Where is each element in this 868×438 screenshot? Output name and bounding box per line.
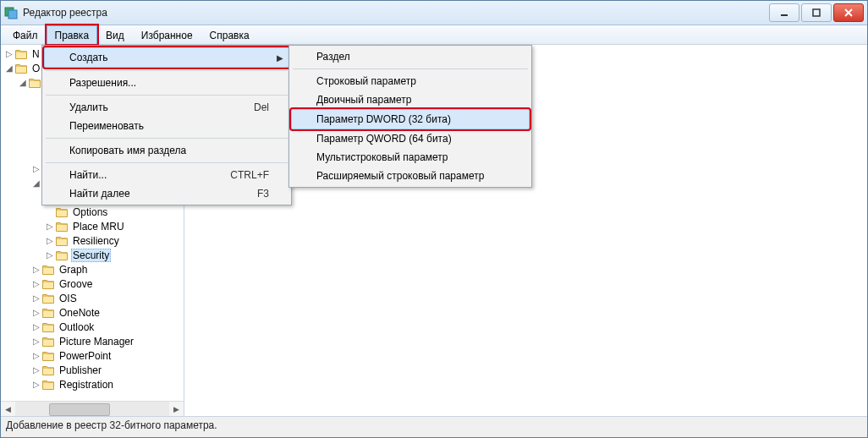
tree-expander-icon[interactable]: ▷ (4, 50, 14, 58)
scroll-track[interactable] (15, 402, 169, 416)
menu-item-label: Параметр DWORD (32 бита) (316, 113, 451, 125)
create-key[interactable]: Раздел (291, 47, 530, 66)
tree-node[interactable]: ▷OneNote (1, 305, 184, 320)
edit-menu-find[interactable]: Найти... CTRL+F (44, 166, 289, 184)
edit-menu-permissions[interactable]: Разрешения... (44, 74, 289, 92)
folder-icon (55, 249, 69, 262)
create-binary[interactable]: Двоичный параметр (291, 90, 530, 109)
create-qword[interactable]: Параметр QWORD (64 бита) (291, 129, 530, 148)
tree-expander-icon[interactable]: ▷ (45, 222, 55, 231)
menu-help[interactable]: Справка (201, 25, 258, 44)
tree-expander-icon[interactable]: ▷ (31, 280, 41, 288)
menu-favorites[interactable]: Избранное (133, 25, 201, 44)
tree-expander-icon[interactable]: ▷ (31, 366, 41, 375)
window-title: Редактор реестра (23, 7, 767, 19)
create-string[interactable]: Строковый параметр (291, 72, 530, 90)
folder-icon (14, 47, 28, 61)
tree-node-label: Picture Manager (58, 336, 135, 348)
menu-view[interactable]: Вид (97, 25, 133, 44)
menu-separator (46, 138, 288, 139)
tree-node[interactable]: ▷Picture Manager (1, 334, 184, 348)
menu-item-label: Разрешения... (69, 77, 136, 89)
edit-menu-rename[interactable]: Переименовать (44, 117, 289, 135)
tree-node-label: OIS (58, 293, 79, 304)
menu-edit[interactable]: Правка (47, 25, 98, 44)
tree-node[interactable]: ▷OIS (1, 291, 184, 305)
folder-icon (41, 306, 55, 320)
menu-item-label: Найти далее (69, 188, 130, 200)
menu-file[interactable]: Файл (4, 25, 47, 44)
tree-node-label: Options (71, 206, 109, 218)
folder-icon (41, 263, 55, 276)
folder-icon (41, 277, 55, 291)
tree-node[interactable]: ▷Groove (1, 276, 184, 291)
folder-icon (41, 320, 55, 334)
svg-rect-3 (813, 9, 820, 16)
tree-node[interactable]: ▷Publisher (1, 363, 184, 377)
h-scrollbar[interactable]: ◀ ▶ (1, 401, 184, 416)
edit-menu-dropdown: Создать ▶ Разрешения... Удалить Del Пере… (41, 45, 292, 205)
folder-icon (41, 335, 55, 348)
menu-separator (293, 68, 528, 69)
tree-node[interactable]: ▷Registration (1, 377, 184, 391)
tree-expander-icon[interactable]: ▷ (45, 251, 55, 260)
tree-node[interactable]: ▷PowerPoint (1, 348, 184, 363)
svg-rect-1 (8, 10, 17, 19)
tree-node-label: Place MRU (71, 221, 126, 233)
tree-expander-icon[interactable]: ◢ (18, 79, 28, 87)
tree-expander-icon[interactable]: ▷ (31, 337, 41, 346)
folder-icon (41, 349, 55, 363)
menubar: Файл Правка Вид Избранное Справка (1, 25, 867, 45)
scroll-right-button[interactable]: ▶ (169, 402, 184, 416)
edit-menu-copy-key-name[interactable]: Копировать имя раздела (44, 141, 289, 160)
tree-node[interactable]: ▷Resiliency (1, 233, 184, 248)
tree-node-label: N (30, 48, 41, 60)
create-submenu: Раздел Строковый параметр Двоичный парам… (288, 45, 532, 188)
statusbar: Добавление в реестр 32-битного параметра… (1, 416, 867, 437)
tree-expander-icon[interactable]: ▷ (31, 294, 41, 303)
edit-menu-find-next[interactable]: Найти далее F3 (44, 184, 289, 203)
folder-icon (14, 62, 28, 75)
menu-item-label: Переименовать (69, 120, 144, 132)
tree-node[interactable]: ▷Outlook (1, 320, 184, 334)
tree-node-label: Publisher (58, 364, 103, 376)
edit-menu-create[interactable]: Создать ▶ (44, 47, 289, 68)
tree-node-label: Outlook (58, 321, 96, 333)
folder-icon (41, 364, 55, 377)
tree-expander-icon[interactable]: ▷ (31, 309, 41, 317)
tree-expander-icon[interactable]: ▷ (31, 381, 41, 389)
maximize-button[interactable] (801, 3, 832, 22)
window: Редактор реестра Файл Правка Вид Избранн… (0, 0, 868, 438)
close-button[interactable] (833, 3, 864, 22)
menu-separator (46, 162, 288, 163)
tree-node[interactable]: ▷Security (1, 248, 184, 262)
tree-node-label: OneNote (58, 307, 102, 319)
tree-node-label: O (30, 63, 41, 74)
scroll-thumb[interactable] (49, 403, 110, 416)
tree-expander-icon[interactable]: ◢ (31, 179, 41, 188)
tree-node-label: Groove (58, 278, 94, 290)
tree-expander-icon[interactable]: ▷ (31, 323, 41, 331)
tree-node-label: Resiliency (71, 235, 121, 247)
create-expand-string[interactable]: Расширяемый строковый параметр (291, 167, 530, 185)
menu-item-label: Расширяемый строковый параметр (316, 170, 484, 182)
tree-expander-icon[interactable]: ◢ (4, 64, 14, 73)
menu-item-label: Двоичный параметр (316, 94, 412, 106)
titlebar: Редактор реестра (1, 1, 867, 25)
menu-separator (46, 70, 288, 71)
scroll-left-button[interactable]: ◀ (1, 402, 15, 416)
tree-expander-icon[interactable]: ▷ (45, 237, 55, 245)
minimize-button[interactable] (769, 3, 799, 22)
tree-node[interactable]: ▷Place MRU (1, 219, 184, 233)
edit-menu-delete[interactable]: Удалить Del (44, 98, 289, 117)
tree-expander-icon[interactable]: ▷ (31, 165, 41, 173)
tree-node[interactable]: ▷Graph (1, 262, 184, 276)
menu-item-label: Копировать имя раздела (69, 145, 186, 156)
tree-node-label: Security (71, 249, 111, 262)
create-dword[interactable]: Параметр DWORD (32 бита) (291, 109, 530, 129)
create-multistring[interactable]: Мультистроковый параметр (291, 148, 530, 167)
tree-expander-icon[interactable]: ▷ (31, 352, 41, 360)
tree-expander-icon[interactable]: ▷ (31, 266, 41, 274)
folder-icon (55, 220, 69, 233)
tree-node[interactable]: ▷Options (1, 205, 184, 219)
